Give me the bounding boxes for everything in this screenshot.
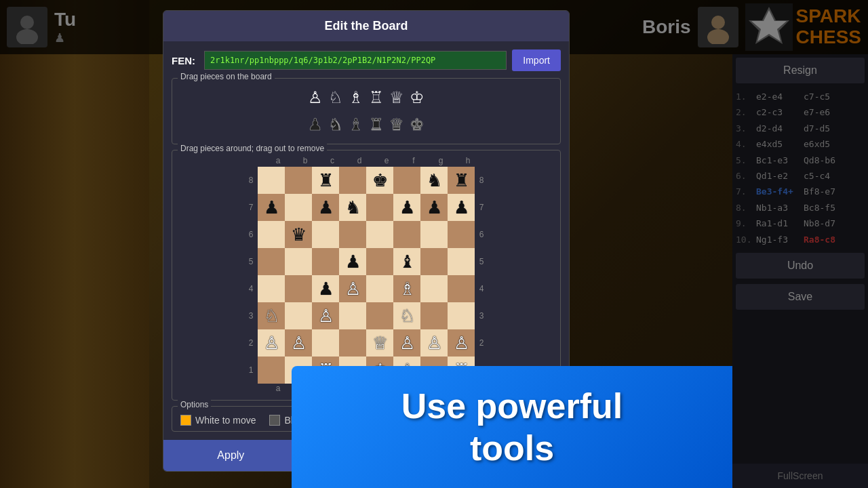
board-square[interactable]: ♕ (366, 329, 393, 357)
board-square[interactable] (285, 167, 312, 194)
dialog-title: Edit the Board (163, 11, 569, 41)
board-square[interactable]: ♙ (420, 329, 448, 357)
white-piece-button[interactable]: ♗ (347, 88, 365, 107)
rank-labels-right: 87654321 (475, 167, 488, 384)
board-square[interactable] (420, 221, 448, 248)
board-with-ranks: 87654321 ♜♚♞♜♟♟♞♟♟♟♛♟♝♟♙♗♘♙♘♙♙♕♙♙♙♖♔♗♖ 8… (244, 167, 488, 384)
board-square[interactable]: ♟ (448, 194, 475, 221)
board-square[interactable] (393, 221, 420, 248)
board-square[interactable]: ♙ (393, 329, 420, 357)
board-square[interactable] (339, 221, 366, 248)
board-square[interactable]: ♟ (393, 194, 420, 221)
rank-label: 1 (244, 357, 258, 384)
board-square[interactable] (312, 221, 339, 248)
board-square[interactable] (366, 194, 393, 221)
board-square[interactable] (420, 275, 448, 302)
white-piece-button[interactable]: ♔ (408, 88, 426, 107)
board-square[interactable] (420, 302, 448, 329)
board-square[interactable] (448, 302, 475, 329)
chess-piece: ♗ (399, 280, 415, 298)
white-to-move-option[interactable]: White to move (180, 415, 256, 426)
import-button[interactable]: Import (512, 49, 561, 71)
board-square[interactable] (285, 248, 312, 275)
rank-label: 6 (475, 221, 488, 248)
board-square[interactable] (366, 221, 393, 248)
black-to-move-checkbox[interactable] (269, 415, 280, 426)
board-square[interactable] (258, 275, 285, 302)
board-square[interactable]: ♟ (258, 194, 285, 221)
board-square[interactable]: ♞ (339, 194, 366, 221)
chess-piece: ♟ (454, 199, 469, 216)
board-square[interactable] (393, 167, 420, 194)
board-square[interactable]: ♙ (312, 302, 339, 329)
black-piece-button[interactable]: ♞ (327, 115, 344, 134)
file-label: a (264, 156, 292, 165)
rank-label: 2 (475, 329, 488, 357)
chess-piece: ♙ (291, 334, 307, 352)
file-label: e (373, 156, 400, 165)
board-square[interactable] (312, 329, 339, 357)
board-square[interactable] (285, 194, 312, 221)
black-piece-button[interactable]: ♛ (388, 115, 406, 134)
board-square[interactable]: ♙ (285, 329, 312, 357)
white-pieces-row: ♙♘♗♖♕♔ (178, 84, 555, 111)
black-piece-button[interactable]: ♝ (347, 115, 365, 134)
board-square[interactable]: ♟ (420, 194, 448, 221)
board-square[interactable]: ♝ (393, 248, 420, 275)
board-square[interactable]: ♙ (258, 329, 285, 357)
white-to-move-checkbox[interactable] (180, 415, 191, 426)
board-square[interactable] (339, 329, 366, 357)
board-square[interactable] (339, 167, 366, 194)
board-square[interactable]: ♗ (393, 275, 420, 302)
white-piece-button[interactable]: ♕ (388, 88, 406, 107)
board-square[interactable]: ♘ (258, 302, 285, 329)
rank-label: 5 (244, 248, 258, 275)
board-square[interactable]: ♛ (285, 221, 312, 248)
fen-row: FEN: Import (172, 49, 561, 71)
black-piece-button[interactable]: ♚ (408, 115, 426, 134)
board-square[interactable]: ♚ (366, 167, 393, 194)
board-square[interactable]: ♟ (312, 275, 339, 302)
board-square[interactable] (258, 357, 285, 384)
file-label: f (400, 156, 427, 165)
white-piece-button[interactable]: ♘ (327, 88, 344, 107)
rank-label: 2 (244, 329, 258, 357)
apply-button[interactable]: Apply (163, 440, 299, 471)
board-square[interactable] (312, 248, 339, 275)
board-square[interactable] (366, 248, 393, 275)
board-square[interactable]: ♘ (393, 302, 420, 329)
white-piece-button[interactable]: ♖ (368, 88, 385, 107)
board-square[interactable] (448, 248, 475, 275)
board-square[interactable]: ♞ (420, 167, 448, 194)
board-square[interactable]: ♜ (448, 167, 475, 194)
board-square[interactable] (258, 248, 285, 275)
rank-labels: 87654321 (244, 167, 258, 384)
board-square[interactable]: ♜ (312, 167, 339, 194)
fen-input[interactable] (204, 51, 507, 70)
chess-board[interactable]: ♜♚♞♜♟♟♞♟♟♟♛♟♝♟♙♗♘♙♘♙♙♕♙♙♙♖♔♗♖ (258, 167, 475, 384)
drag-pieces-section: Drag pieces on the board ♙♘♗♖♕♔ ♟♞♝♜♛♚ (172, 78, 561, 144)
board-square[interactable]: ♙ (339, 275, 366, 302)
white-piece-button[interactable]: ♙ (307, 88, 324, 107)
board-square[interactable]: ♟ (339, 248, 366, 275)
board-square[interactable] (448, 221, 475, 248)
black-piece-button[interactable]: ♜ (368, 115, 385, 134)
board-square[interactable] (339, 302, 366, 329)
rank-label: 4 (244, 275, 258, 302)
board-square[interactable] (448, 275, 475, 302)
fen-label: FEN: (172, 55, 199, 66)
chess-piece: ♕ (372, 334, 388, 352)
options-label: Options (178, 400, 211, 409)
chess-piece: ♙ (264, 334, 279, 352)
board-square[interactable] (258, 167, 285, 194)
board-square[interactable] (285, 275, 312, 302)
board-square[interactable] (366, 302, 393, 329)
board-square[interactable] (366, 275, 393, 302)
black-piece-button[interactable]: ♟ (307, 115, 324, 134)
board-square[interactable] (258, 221, 285, 248)
board-square[interactable] (285, 302, 312, 329)
file-label: b (292, 156, 319, 165)
board-square[interactable]: ♟ (312, 194, 339, 221)
board-square[interactable] (420, 248, 448, 275)
board-square[interactable]: ♙ (448, 329, 475, 357)
